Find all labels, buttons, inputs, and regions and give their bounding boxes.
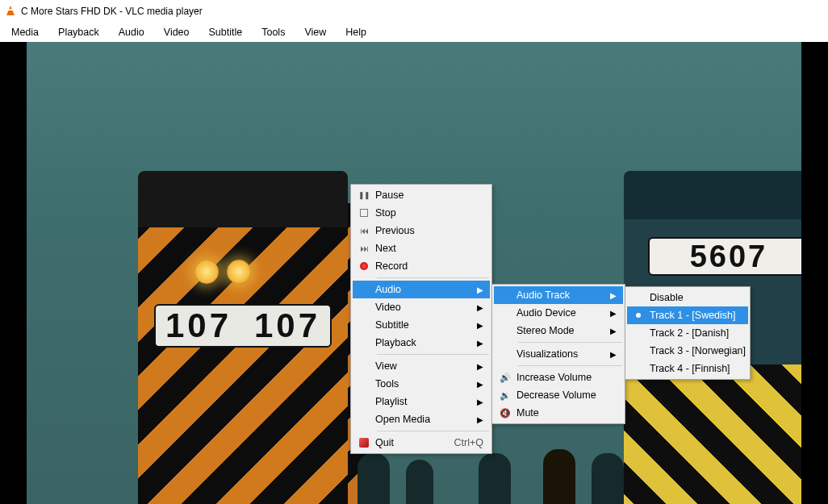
- ctx-stop[interactable]: Stop: [353, 204, 490, 222]
- ctx-audio[interactable]: Audio ▶: [353, 281, 490, 298]
- train-number-left-b: 107: [254, 306, 320, 345]
- separator: [518, 365, 622, 366]
- ctx-video[interactable]: Video ▶: [353, 298, 490, 316]
- chevron-right-icon: ▶: [607, 291, 617, 300]
- menu-media[interactable]: Media: [2, 23, 48, 41]
- radio-selected-icon: [636, 313, 641, 318]
- volume-down-icon: [500, 389, 511, 401]
- train-number-left-a: 107: [165, 306, 232, 345]
- chevron-right-icon: ▶: [607, 350, 617, 359]
- track-2-danish[interactable]: Track 2 - [Danish]: [627, 324, 748, 342]
- volume-up-icon: [500, 372, 511, 383]
- ctx-record[interactable]: Record: [353, 257, 490, 275]
- chevron-right-icon: ▶: [474, 362, 483, 371]
- audio-submenu: Audio Track ▶ Audio Device ▶ Stereo Mode…: [491, 284, 625, 424]
- separator: [377, 277, 489, 278]
- track-1-swedish[interactable]: Track 1 - [Swedish]: [627, 306, 748, 324]
- ctx-subtitle[interactable]: Subtitle ▶: [353, 316, 490, 334]
- quit-icon: [359, 438, 369, 448]
- train-number-right: 5607: [648, 237, 801, 276]
- increase-volume[interactable]: Increase Volume: [494, 369, 623, 386]
- menu-subtitle[interactable]: Subtitle: [199, 23, 253, 41]
- mute[interactable]: Mute: [494, 404, 623, 422]
- record-icon: [360, 262, 368, 270]
- menu-video[interactable]: Video: [154, 23, 199, 41]
- context-menu: Pause Stop Previous Next Record Audio ▶ …: [350, 184, 492, 454]
- separator: [377, 354, 489, 355]
- next-icon: [358, 243, 370, 254]
- vlc-icon: [5, 6, 16, 17]
- chevron-right-icon: ▶: [474, 285, 483, 294]
- ctx-tools[interactable]: Tools ▶: [353, 375, 490, 393]
- track-3-norwegian[interactable]: Track 3 - [Norwegian]: [627, 342, 748, 360]
- menu-tools[interactable]: Tools: [252, 23, 295, 41]
- chevron-right-icon: ▶: [607, 309, 617, 318]
- stereo-mode[interactable]: Stereo Mode ▶: [494, 322, 623, 339]
- ctx-previous[interactable]: Previous: [353, 222, 490, 240]
- chevron-right-icon: ▶: [474, 380, 483, 389]
- decrease-volume[interactable]: Decrease Volume: [494, 386, 623, 404]
- ctx-pause[interactable]: Pause: [353, 186, 490, 204]
- audio-track-submenu: Disable Track 1 - [Swedish] Track 2 - [D…: [625, 286, 751, 380]
- visualizations[interactable]: Visualizations ▶: [494, 345, 623, 363]
- separator: [377, 431, 489, 431]
- train-engine-a: 107 107: [138, 171, 348, 504]
- audio-device[interactable]: Audio Device ▶: [494, 304, 623, 322]
- shortcut-label: Ctrl+Q: [445, 437, 483, 448]
- ctx-next[interactable]: Next: [353, 240, 490, 257]
- window-title: C More Stars FHD DK - VLC media player: [21, 6, 203, 17]
- chevron-right-icon: ▶: [607, 327, 617, 335]
- ctx-open-media[interactable]: Open Media ▶: [353, 410, 490, 428]
- stop-icon: [360, 209, 368, 217]
- track-disable[interactable]: Disable: [627, 289, 748, 306]
- menu-help[interactable]: Help: [336, 23, 376, 41]
- ctx-playlist[interactable]: Playlist ▶: [353, 393, 490, 410]
- titlebar: C More Stars FHD DK - VLC media player: [0, 0, 828, 23]
- chevron-right-icon: ▶: [474, 339, 483, 348]
- chevron-right-icon: ▶: [474, 415, 483, 424]
- ctx-view[interactable]: View ▶: [353, 357, 490, 375]
- menubar: Media Playback Audio Video Subtitle Tool…: [0, 23, 828, 42]
- separator: [518, 342, 622, 343]
- track-4-finnish[interactable]: Track 4 - [Finnish]: [627, 360, 748, 377]
- chevron-right-icon: ▶: [474, 321, 483, 330]
- pause-icon: [358, 190, 370, 201]
- ctx-playback[interactable]: Playback ▶: [353, 334, 490, 352]
- chevron-right-icon: ▶: [474, 398, 483, 406]
- audio-track[interactable]: Audio Track ▶: [494, 286, 623, 304]
- previous-icon: [358, 225, 370, 236]
- menu-audio[interactable]: Audio: [109, 23, 154, 41]
- menu-view[interactable]: View: [295, 23, 336, 41]
- chevron-right-icon: ▶: [474, 303, 483, 312]
- ctx-quit[interactable]: Quit Ctrl+Q: [353, 434, 490, 452]
- mute-icon: [500, 407, 511, 419]
- menu-playback[interactable]: Playback: [48, 23, 109, 41]
